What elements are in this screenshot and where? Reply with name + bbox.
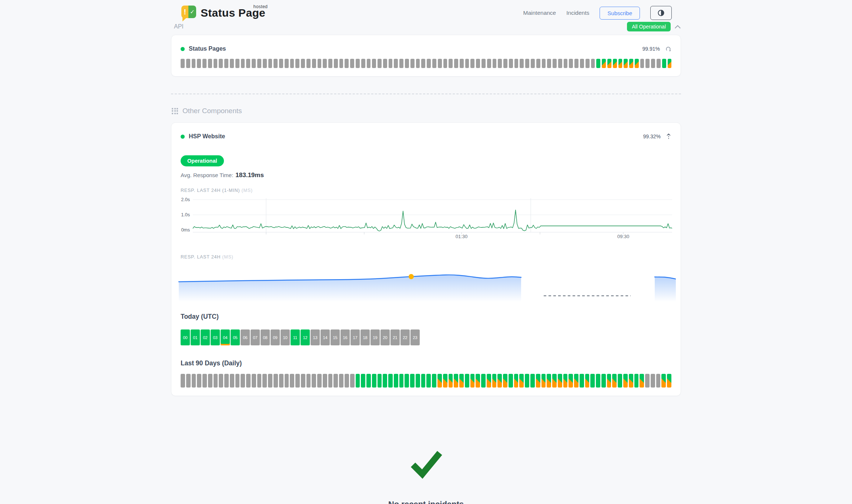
uptime-bar[interactable] [181,59,185,68]
uptime-bar[interactable] [558,59,562,68]
uptime-bar[interactable] [224,59,228,68]
uptime-bar[interactable] [487,59,491,68]
uptime-bar[interactable] [525,374,529,388]
uptime-bar[interactable] [339,374,343,388]
uptime-bar[interactable] [580,59,584,68]
uptime-bar[interactable] [635,59,639,68]
uptime-bar[interactable] [668,59,672,68]
uptime-bar[interactable] [460,59,464,68]
uptime-bar[interactable] [482,59,486,68]
uptime-bar[interactable] [645,374,650,388]
uptime-bar[interactable] [421,374,426,388]
uptime-bar[interactable] [602,59,606,68]
uptime-bar[interactable] [235,374,240,388]
uptime-bar[interactable] [574,59,578,68]
uptime-bar[interactable] [186,59,190,68]
uptime-bar[interactable] [514,59,519,68]
uptime-bar[interactable] [295,59,299,68]
hour-block-06[interactable]: 06 [241,329,250,345]
uptime-bar[interactable] [493,59,497,68]
uptime-bar[interactable] [438,59,442,68]
uptime-bar[interactable] [487,374,491,388]
uptime-bar[interactable] [285,59,289,68]
uptime-bar[interactable] [667,374,671,388]
uptime-bar[interactable] [623,374,628,388]
uptime-bar[interactable] [224,374,229,388]
uptime-bar[interactable] [356,59,360,68]
hour-block-00[interactable]: 00 [181,329,190,345]
uptime-bar[interactable] [202,59,207,68]
uptime-bar[interactable] [520,59,524,68]
hour-block-10[interactable]: 10 [281,329,290,345]
uptime-bar[interactable] [246,59,250,68]
uptime-bar[interactable] [394,59,398,68]
nav-incidents[interactable]: Incidents [566,10,589,16]
hour-block-13[interactable]: 13 [311,329,320,345]
uptime-bar[interactable] [590,374,595,388]
uptime-bar[interactable] [262,374,267,388]
uptime-bar[interactable] [465,374,469,388]
uptime-bar[interactable] [323,374,327,388]
uptime-bar[interactable] [405,59,409,68]
uptime-bar[interactable] [317,374,322,388]
uptime-bar[interactable] [657,59,661,68]
resp-daily-chart[interactable] [177,263,676,303]
uptime-bar[interactable] [290,374,294,388]
uptime-bar[interactable] [449,374,453,388]
uptime-bar[interactable] [651,59,655,68]
refresh-icon[interactable] [665,46,671,52]
uptime-bar[interactable] [476,59,480,68]
uptime-bar[interactable] [356,374,360,388]
uptime-bar[interactable] [585,374,590,388]
uptime-bar[interactable] [596,59,600,68]
uptime-bar[interactable] [279,59,283,68]
uptime-bar[interactable] [214,59,218,68]
theme-toggle-button[interactable] [650,6,672,20]
uptime-bar[interactable] [219,59,223,68]
uptime-bar[interactable] [318,59,322,68]
uptime-bar[interactable] [378,59,382,68]
uptime-bar[interactable] [301,374,305,388]
uptime-bar[interactable] [541,374,546,388]
uptime-bar[interactable] [509,59,513,68]
uptime-bar[interactable] [252,374,256,388]
uptime-bar[interactable] [601,374,606,388]
uptime-bar[interactable] [634,374,639,388]
uptime-bar[interactable] [323,59,327,68]
uptime-bar[interactable] [498,59,502,68]
uptime-bar[interactable] [618,374,622,388]
uptime-bar[interactable] [607,59,611,68]
uptime-bar[interactable] [410,374,415,388]
uptime-bar[interactable] [263,59,267,68]
uptime-bar[interactable] [509,374,513,388]
uptime-bar[interactable] [241,59,245,68]
uptime-bar[interactable] [465,59,469,68]
uptime-bar[interactable] [208,374,212,388]
uptime-bar[interactable] [334,59,338,68]
uptime-bar[interactable] [333,374,338,388]
uptime-bar[interactable] [612,374,617,388]
uptime-bar[interactable] [328,374,333,388]
uptime-bar[interactable] [432,59,436,68]
uptime-bar[interactable] [536,374,540,388]
uptime-bar[interactable] [197,59,201,68]
uptime-bar[interactable] [252,59,256,68]
uptime-bar[interactable] [345,59,349,68]
uptime-bar[interactable] [432,374,436,388]
hour-block-07[interactable]: 07 [251,329,260,345]
uptime-bar[interactable] [426,374,431,388]
uptime-bar[interactable] [181,374,185,388]
uptime-bar[interactable] [574,374,578,388]
uptime-bar[interactable] [274,59,278,68]
uptime-bar[interactable] [301,59,305,68]
uptime-bar[interactable] [558,374,562,388]
nav-maintenance[interactable]: Maintenance [523,10,556,16]
uptime-bar[interactable] [312,59,316,68]
uptime-bar[interactable] [613,59,617,68]
uptime-bar[interactable] [618,59,623,68]
uptime-bar[interactable] [591,59,595,68]
uptime-bar[interactable] [503,374,507,388]
uptime-bar[interactable] [405,374,409,388]
uptime-bar[interactable] [542,59,546,68]
hour-block-03[interactable]: 03 [211,329,220,345]
